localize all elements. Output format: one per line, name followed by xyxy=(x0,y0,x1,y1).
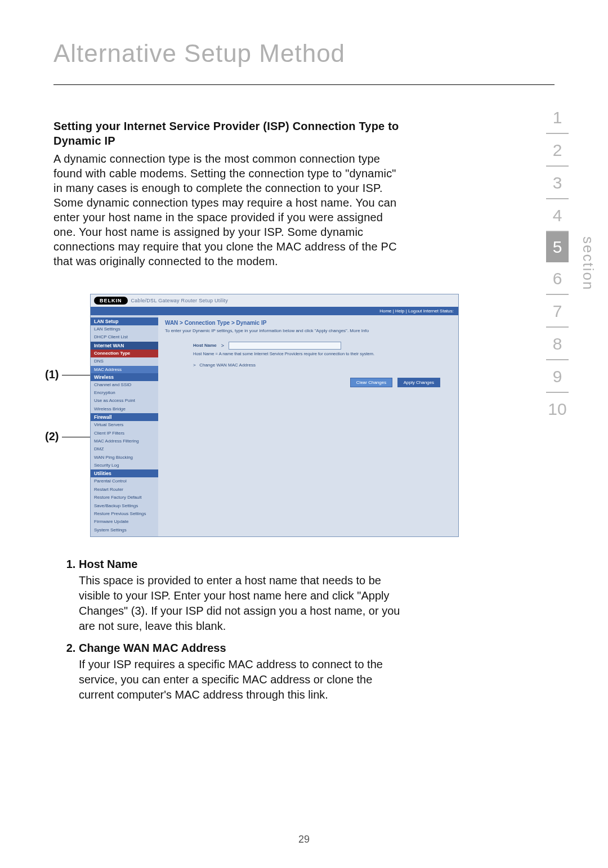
sidebar-item[interactable]: Restart Router xyxy=(91,486,158,494)
section-tab-2[interactable]: 2 xyxy=(546,134,569,167)
sidebar-item[interactable]: Firmware Update xyxy=(91,518,158,526)
section-tab-4[interactable]: 4 xyxy=(546,199,569,232)
callout-2: (2) xyxy=(45,430,90,443)
callout-1: (1) xyxy=(45,368,90,381)
sidebar-item[interactable]: Client IP Filters xyxy=(91,429,158,437)
top-links-bar: Home | Help | Logout Internet Status: xyxy=(91,307,458,315)
belkin-logo: BELKIN xyxy=(94,297,128,305)
section-tab-6[interactable]: 6 xyxy=(546,262,569,295)
sidebar-item[interactable]: MAC Address Filtering xyxy=(91,437,158,445)
host-name-help: Host Name = A name that some Internet Se… xyxy=(193,351,390,356)
sidebar-item[interactable]: Restore Previous Settings xyxy=(91,510,158,518)
section-tab-1[interactable]: 1 xyxy=(546,101,569,134)
sidebar-item-connection-type[interactable]: Connection Type xyxy=(91,350,158,357)
belkin-screenshot: BELKIN Cable/DSL Gateway Router Setup Ut… xyxy=(90,294,459,537)
intro-heading: Setting your Internet Service Provider (… xyxy=(53,119,408,148)
sidebar-item[interactable]: System Settings xyxy=(91,526,158,534)
host-name-input[interactable] xyxy=(229,342,341,350)
section-nav: 1 2 3 4 5 6 7 8 9 10 xyxy=(540,101,574,424)
sidebar-item[interactable]: Use as Access Point xyxy=(91,397,158,405)
sidebar-item[interactable]: Virtual Servers xyxy=(91,421,158,429)
sidebar-item[interactable]: Encryption xyxy=(91,389,158,397)
sidebar-item[interactable]: Channel and SSID xyxy=(91,381,158,389)
section-tab-3[interactable]: 3 xyxy=(546,167,569,199)
sidebar-cat-wan: Internet WAN xyxy=(91,342,158,350)
breadcrumb: WAN > Connection Type > Dynamic IP xyxy=(165,320,451,326)
section-tab-9[interactable]: 9 xyxy=(546,360,569,393)
list-item-2-title: Change WAN MAC Address xyxy=(79,641,408,656)
help-text: To enter your Dynamic IP settings, type … xyxy=(165,328,401,334)
sidebar-item[interactable]: DNS xyxy=(91,357,158,365)
sidebar-cat-utilities: Utilities xyxy=(91,469,158,477)
sidebar-item-mac-address[interactable]: MAC Address xyxy=(91,366,158,373)
title-rule xyxy=(53,84,555,85)
intro-body: A dynamic connection type is the most co… xyxy=(53,151,408,269)
list-item-1-body: This space is provided to enter a host n… xyxy=(79,574,400,632)
sidebar-item[interactable]: DHCP Client List xyxy=(91,333,158,341)
list-item-1: Host Name This space is provided to ente… xyxy=(79,557,408,634)
list-item-1-title: Host Name xyxy=(79,557,408,572)
list-item-2: Change WAN MAC Address If your ISP requi… xyxy=(79,641,408,703)
sidebar-item[interactable]: DMZ xyxy=(91,445,158,453)
sidebar-item[interactable]: Wireless Bridge xyxy=(91,405,158,413)
sidebar-item[interactable]: LAN Settings xyxy=(91,325,158,333)
sidebar-item[interactable]: Save/Backup Settings xyxy=(91,502,158,510)
sidebar-cat-lan: LAN Setup xyxy=(91,317,158,325)
section-tab-8[interactable]: 8 xyxy=(546,328,569,360)
page-number: 29 xyxy=(0,834,608,845)
host-name-label: Host Name xyxy=(193,343,217,348)
sidebar-item[interactable]: Restore Factory Default xyxy=(91,494,158,502)
belkin-main: WAN > Connection Type > Dynamic IP To en… xyxy=(158,315,458,536)
sidebar-item[interactable]: Security Log xyxy=(91,462,158,469)
sidebar-cat-firewall: Firewall xyxy=(91,413,158,421)
sidebar-item[interactable]: WAN Ping Blocking xyxy=(91,454,158,462)
sidebar-item[interactable]: Parental Control xyxy=(91,477,158,485)
change-mac-link[interactable]: Change WAN MAC Address xyxy=(199,363,256,368)
utility-subtitle: Cable/DSL Gateway Router Setup Utility xyxy=(131,298,229,303)
apply-changes-button[interactable]: Apply Changes xyxy=(397,378,440,387)
belkin-sidebar: LAN Setup LAN Settings DHCP Client List … xyxy=(91,315,158,536)
sidebar-cat-wireless: Wireless xyxy=(91,373,158,381)
page-title: Alternative Setup Method xyxy=(53,39,555,68)
section-tab-5[interactable]: 5 xyxy=(546,232,569,262)
clear-changes-button[interactable]: Clear Changes xyxy=(350,378,392,387)
section-tab-7[interactable]: 7 xyxy=(546,295,569,328)
screenshot-figure: (1) (2) (3) BELKIN Cable/DSL Gateway Rou… xyxy=(53,294,470,537)
section-vertical-label: section xyxy=(579,236,597,290)
list-item-2-body: If your ISP requires a specific MAC addr… xyxy=(79,658,383,701)
section-tab-10[interactable]: 10 xyxy=(546,393,569,424)
